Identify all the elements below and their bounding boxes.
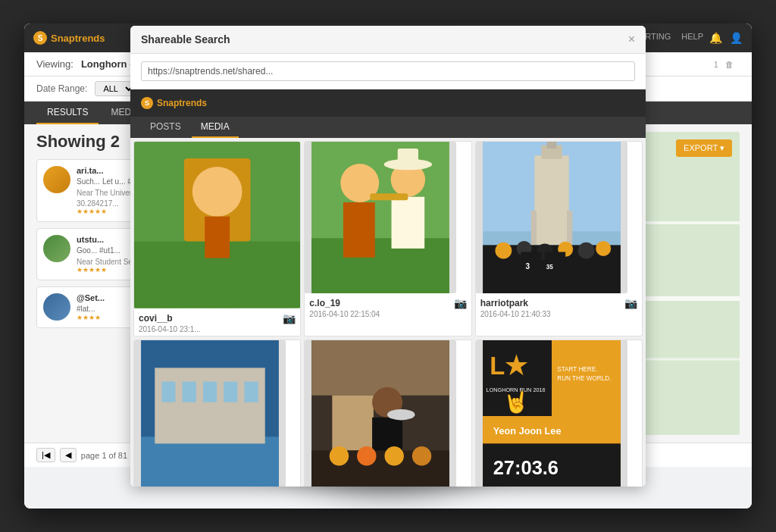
photo-item: L★ LONGHORN RUN 2016 START HERE. RUN THE… — [475, 340, 643, 487]
svg-point-16 — [192, 167, 242, 217]
svg-point-62 — [385, 446, 404, 465]
page-info: page 1 of 81 — [81, 451, 127, 460]
svg-text:Yeon Joon Lee: Yeon Joon Lee — [493, 424, 561, 436]
svg-rect-25 — [398, 149, 418, 165]
photo-image: L★ LONGHORN RUN 2016 START HERE. RUN THE… — [476, 340, 627, 487]
photo-image — [134, 142, 300, 308]
modal-close-button[interactable]: × — [628, 33, 635, 45]
svg-text:3: 3 — [525, 262, 530, 271]
screen-frame: S Snaptrends TRENDS MAPPING VAULT PEOPLE… — [24, 23, 752, 509]
avatar — [43, 166, 70, 193]
svg-rect-17 — [205, 217, 230, 258]
svg-text:🤘: 🤘 — [503, 389, 530, 414]
photo-date: 2016-04-10 21:40:33 — [480, 310, 637, 318]
avatar — [43, 293, 70, 321]
svg-rect-54 — [311, 340, 449, 396]
modal-logo: S Snaptrends — [141, 97, 207, 109]
svg-point-58 — [387, 408, 415, 420]
modal-header: Shareable Search × — [130, 26, 646, 54]
app-logo: S Snaptrends — [33, 31, 105, 45]
photo-username: harriotpark 📷 — [480, 297, 637, 309]
svg-rect-23 — [392, 197, 425, 249]
result-count: 1 🗑 — [714, 60, 734, 69]
svg-point-63 — [412, 446, 431, 465]
photo-username: c.lo_19 📷 — [309, 297, 466, 309]
svg-rect-33 — [567, 211, 572, 245]
svg-rect-31 — [546, 142, 556, 149]
svg-rect-51 — [224, 381, 237, 402]
svg-rect-26 — [371, 193, 408, 200]
svg-point-39 — [577, 243, 594, 259]
photo-info: harriotpark 📷 2016-04-10 21:40:33 — [476, 293, 642, 321]
logo-text: Snaptrends — [51, 33, 105, 44]
export-button[interactable]: EXPORT ▾ — [676, 139, 732, 157]
instagram-icon: 📷 — [283, 312, 296, 324]
modal-url-bar — [130, 54, 646, 89]
photo-info: c.lo_19 📷 2016-04-10 22:15:04 — [305, 293, 471, 321]
svg-rect-48 — [161, 381, 175, 402]
modal-inner-navbar: S Snaptrends — [130, 89, 646, 117]
viewing-label: Viewing: — [36, 58, 74, 70]
modal-tab-media[interactable]: MEDIA — [192, 117, 239, 138]
svg-point-61 — [357, 446, 376, 465]
svg-point-35 — [495, 243, 512, 259]
modal-title: Shareable Search — [141, 33, 230, 45]
photo-image — [305, 340, 456, 487]
svg-rect-55 — [333, 395, 374, 450]
svg-rect-41 — [521, 252, 541, 280]
tab-results[interactable]: RESULTS — [36, 102, 99, 124]
nav-help[interactable]: HELP — [681, 32, 703, 44]
page-prev-button[interactable]: ◀ — [60, 448, 77, 462]
nav-icon-group: 🔔 👤 — [709, 32, 743, 44]
user-icon[interactable]: 👤 — [730, 32, 743, 44]
photo-item: 📷 — [304, 340, 471, 487]
date-range-label: Date Range: — [36, 83, 87, 94]
svg-text:27:03.6: 27:03.6 — [493, 457, 558, 478]
logo-icon: S — [33, 31, 47, 45]
photo-date: 2016-04-10 23:1... — [139, 325, 296, 333]
avatar — [43, 235, 70, 262]
svg-point-60 — [330, 446, 349, 465]
modal-tab-bar: POSTS MEDIA — [130, 117, 646, 138]
svg-text:START HERE.: START HERE. — [557, 365, 597, 372]
photo-date: 2016-04-10 22:15:04 — [309, 310, 466, 318]
instagram-icon: 📷 — [454, 297, 467, 309]
photo-item: 3 35 harriotpark 📷 2016-04-10 21:40:33 — [475, 141, 643, 336]
svg-text:RUN THE WORLD.: RUN THE WORLD. — [557, 374, 611, 381]
shareable-search-modal: Shareable Search × S Snaptrends POSTS ME… — [130, 26, 646, 487]
shareable-url-input[interactable] — [141, 61, 635, 81]
svg-point-40 — [596, 241, 611, 256]
photo-item: savan... 📷 2016-04... — [133, 340, 301, 487]
photo-grid: covi__b 📷 2016-04-10 23:1... — [130, 138, 646, 487]
photo-image — [305, 142, 456, 293]
svg-text:L★: L★ — [490, 352, 528, 380]
svg-rect-52 — [244, 381, 258, 402]
photo-username: covi__b 📷 — [139, 312, 296, 324]
photo-item: c.lo_19 📷 2016-04-10 22:15:04 — [304, 141, 471, 336]
photo-image: 3 35 — [476, 142, 627, 293]
svg-rect-32 — [530, 211, 536, 245]
svg-rect-47 — [155, 368, 264, 443]
notifications-icon[interactable]: 🔔 — [709, 32, 722, 44]
svg-rect-50 — [203, 381, 217, 402]
svg-text:35: 35 — [546, 264, 553, 271]
svg-rect-46 — [141, 437, 279, 487]
photo-info: covi__b 📷 2016-04-10 23:1... — [134, 308, 300, 336]
modal-logo-text: Snaptrends — [157, 98, 207, 108]
instagram-icon: 📷 — [624, 297, 637, 309]
photo-image — [134, 340, 286, 487]
svg-rect-19 — [311, 238, 449, 293]
svg-rect-29 — [534, 155, 568, 245]
photo-item: covi__b 📷 2016-04-10 23:1... — [133, 141, 301, 336]
page-first-button[interactable]: |◀ — [36, 448, 55, 462]
svg-rect-49 — [183, 381, 196, 402]
svg-rect-21 — [343, 202, 375, 258]
modal-logo-icon: S — [141, 97, 153, 109]
modal-tab-posts[interactable]: POSTS — [141, 117, 190, 138]
